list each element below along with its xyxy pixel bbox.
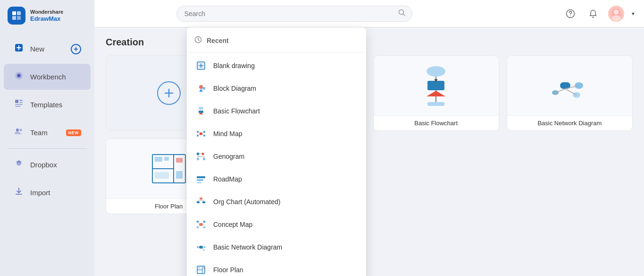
sidebar-nav: New + Workbench [0,31,94,276]
svg-rect-82 [197,176,205,178]
blank-drawing-label: Blank drawing [213,62,255,69]
templates-icon [13,98,25,111]
svg-point-22 [614,10,619,15]
sidebar-item-workbench[interactable]: Workbench [4,64,91,90]
dropdown-item-floorplan[interactable]: Floor Plan [187,259,366,276]
dropdown-item-conceptmap[interactable]: Concept Map [187,213,366,236]
dropbox-icon [13,158,25,171]
svg-point-96 [203,226,206,228]
genogram-dd-label: Genogram [213,153,244,160]
sidebar-item-templates-label: Templates [30,101,62,109]
svg-rect-61 [202,87,206,90]
orgchart-dd-icon [194,195,208,208]
dropdown-item-genogram[interactable]: Genogram [187,145,366,168]
search-box [176,6,412,22]
svg-line-71 [199,134,200,135]
svg-rect-11 [19,100,23,101]
logo-icon [8,7,25,25]
svg-point-69 [203,135,205,137]
block-diagram-dd-label: Block Diagram [213,85,256,92]
svg-line-106 [202,248,203,250]
conceptmap-dd-icon [194,218,208,231]
genogram-dd-icon [194,150,208,163]
app-logo: Wondershare EdrawMax [0,0,94,31]
search-icon [398,9,406,18]
flowchart-dd-label: Basic Flowchart [213,107,260,115]
block-diagram-dd-icon [194,82,208,95]
clock-icon [194,36,202,45]
svg-rect-85 [200,198,202,199]
svg-rect-101 [199,246,203,249]
dropdown-item-mindmap[interactable]: Mind Map [187,122,366,145]
svg-point-94 [203,221,206,223]
orgchart-dd-label: Org Chart (Automated) [213,198,280,206]
sidebar-item-dropbox[interactable]: Dropbox [4,152,91,178]
sidebar: Wondershare EdrawMax New + [0,0,94,276]
sidebar-item-new-label: New [30,45,44,53]
svg-point-16 [20,129,22,131]
svg-rect-14 [15,106,21,107]
svg-rect-1 [17,11,21,15]
svg-line-99 [203,223,203,224]
svg-point-66 [197,131,199,133]
svg-point-104 [197,246,199,248]
new-plus-button[interactable]: + [71,44,81,54]
header-actions: ▾ [563,6,635,22]
network-dd-label: Basic Network Diagram [213,243,282,251]
sidebar-item-team[interactable]: Team NEW [4,120,91,146]
dropdown-item-orgchart[interactable]: Org Chart (Automated) [187,190,366,213]
floorplan-dd-label: Floor Plan [213,266,243,274]
brand-name: Wondershare [30,9,63,15]
bell-button[interactable] [585,6,601,21]
sidebar-item-templates[interactable]: Templates [4,92,91,118]
team-icon [13,126,25,139]
svg-rect-10 [15,100,18,103]
dropdown-item-blank[interactable]: Blank drawing [187,54,366,77]
svg-rect-3 [17,16,21,20]
svg-point-68 [203,131,205,133]
avatar-caret-icon[interactable]: ▾ [632,10,635,17]
main-content: ▾ Creation [94,0,644,276]
help-button[interactable] [563,6,578,21]
svg-line-97 [199,223,200,224]
dropdown-item-network[interactable]: Basic Network Diagram [187,236,366,259]
avatar[interactable] [608,6,624,22]
sidebar-item-import-label: Import [30,189,50,197]
svg-point-95 [197,226,199,228]
team-new-badge: NEW [66,129,82,136]
dropdown-item-roadmap[interactable]: RoadMap [187,168,366,190]
svg-rect-111 [198,267,200,268]
dropdown-item-block[interactable]: Block Diagram [187,77,366,100]
svg-rect-17 [16,194,22,195]
svg-rect-62 [199,107,203,110]
sidebar-item-import[interactable]: Import [4,180,91,206]
svg-line-70 [199,132,200,133]
header: ▾ [94,0,644,27]
search-input[interactable] [176,6,412,22]
svg-point-59 [199,85,203,89]
svg-rect-83 [197,179,203,181]
svg-marker-60 [199,89,203,92]
svg-point-65 [200,132,202,135]
sidebar-item-dropbox-label: Dropbox [30,161,57,169]
mindmap-dd-label: Mind Map [213,130,242,138]
sidebar-item-new[interactable]: New + [4,36,91,62]
svg-rect-76 [197,158,199,160]
svg-rect-77 [203,158,205,160]
svg-rect-84 [197,182,201,183]
import-icon [13,186,25,199]
svg-point-67 [197,135,199,137]
new-icon [13,43,25,55]
sidebar-item-team-label: Team [30,129,48,137]
roadmap-dd-icon [194,172,208,186]
svg-line-100 [203,225,203,226]
dropdown-item-flowchart[interactable]: Basic Flowchart [187,100,366,122]
blank-drawing-icon [194,59,208,72]
sidebar-divider [8,148,87,149]
svg-point-15 [16,129,19,131]
svg-rect-86 [197,201,200,203]
svg-rect-87 [202,201,205,203]
roadmap-dd-label: RoadMap [213,175,242,183]
dropdown-overlay: Recent Blank drawing [94,27,644,276]
mindmap-dd-icon [194,127,208,140]
